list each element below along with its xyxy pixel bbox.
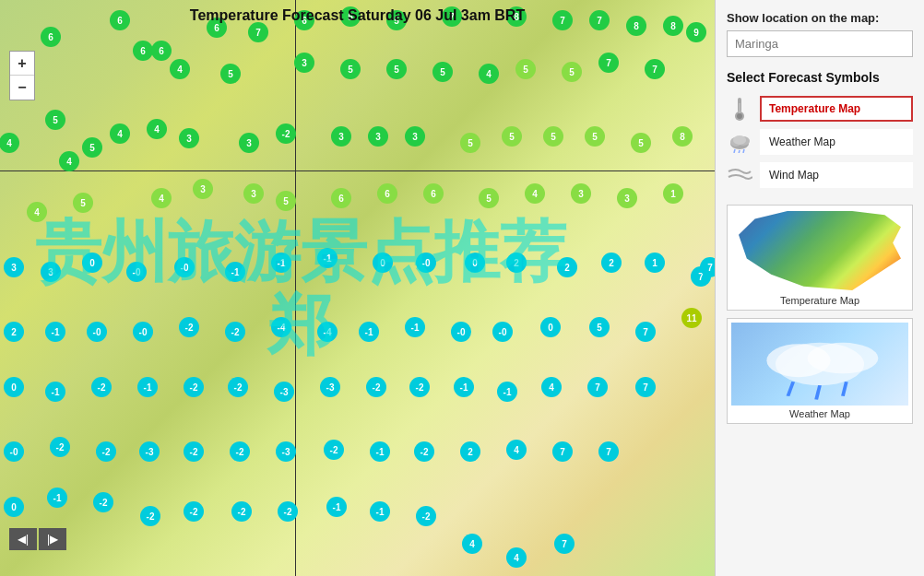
weather-dot: -0: [416, 253, 436, 273]
weather-dot: -1: [405, 317, 425, 337]
svg-point-7: [733, 135, 746, 145]
weather-dot: 5: [432, 62, 453, 82]
forecast-item-weather[interactable]: Weather Map: [727, 125, 913, 159]
weather-dot: 4: [506, 547, 527, 568]
weather-dot: 1: [663, 183, 683, 204]
weather-dot: 4: [506, 440, 527, 460]
weather-dot: 5: [73, 193, 93, 213]
weather-dot: 2: [506, 253, 527, 273]
weather-map-button[interactable]: Weather Map: [760, 129, 913, 155]
weather-dot: -2: [179, 317, 199, 337]
weather-dot: 1: [645, 253, 665, 273]
weather-dot: -1: [225, 262, 245, 282]
weather-dot: 4: [525, 183, 545, 204]
weather-dot: 5: [589, 317, 610, 337]
temperature-map-button[interactable]: Temperature Map: [760, 96, 913, 122]
weather-dot: -3: [320, 377, 340, 397]
weather-dot: 3: [617, 188, 637, 208]
weather-dot: 3: [239, 133, 259, 153]
weather-dot: -1: [359, 322, 379, 342]
weather-dot: -1: [47, 488, 67, 508]
weather-dot: 7: [635, 322, 656, 342]
weather-dot: 0: [465, 253, 485, 273]
forecast-item-temperature[interactable]: Temperature Map: [727, 92, 913, 125]
weather-dot: -1: [137, 377, 158, 397]
svg-point-13: [808, 343, 879, 373]
weather-dot: 3: [331, 126, 351, 147]
weather-dot: 6: [151, 41, 172, 61]
weather-dot: 4: [147, 119, 167, 139]
weather-dot: 2: [4, 322, 24, 342]
svg-rect-2: [739, 103, 740, 114]
location-label: Show location on the map:: [727, 11, 913, 25]
weather-dot: 8: [672, 126, 693, 147]
weather-dot: -2: [366, 377, 386, 397]
weather-dot: 3: [294, 53, 314, 73]
weather-dot: 6: [41, 27, 61, 47]
weather-dot: -4: [317, 322, 338, 342]
weather-dot: -2: [414, 441, 434, 462]
weather-dot: -0: [451, 322, 471, 342]
weather-dot: -0: [174, 257, 195, 277]
weather-dot: 7: [700, 257, 715, 277]
weather-dot: 5: [276, 191, 296, 211]
weather-dot: 7: [598, 441, 619, 462]
zoom-in-button[interactable]: +: [10, 52, 34, 76]
weather-dot: 0: [540, 317, 561, 337]
weather-thumbnail[interactable]: Weather Map: [727, 318, 913, 424]
zoom-out-button[interactable]: −: [10, 76, 34, 100]
thermometer-icon: [727, 96, 752, 122]
weather-dot: 6: [133, 41, 153, 61]
weather-dot: 3: [193, 179, 213, 199]
wind-icon: [727, 162, 752, 188]
weather-dot: -1: [370, 501, 390, 522]
weather-dot: 5: [220, 64, 241, 84]
weather-dot: -1: [317, 248, 338, 268]
weather-dot: -1: [45, 382, 65, 402]
weather-dot: -3: [139, 441, 160, 462]
weather-dot: -2: [409, 377, 430, 397]
weather-dot: -2: [324, 440, 344, 460]
weather-dot: -2: [276, 123, 296, 144]
weather-dot: 4: [479, 64, 499, 84]
weather-dot: 0: [373, 253, 393, 273]
sidebar: Show location on the map: Select Forecas…: [715, 0, 924, 576]
weather-dot: -2: [184, 377, 204, 397]
weather-dot: 5: [585, 126, 605, 147]
forecast-item-wind[interactable]: Wind Map: [727, 159, 913, 192]
weather-dot: -2: [184, 501, 204, 522]
nav-next-button[interactable]: |▶: [39, 528, 66, 550]
wind-map-button[interactable]: Wind Map: [760, 162, 913, 188]
weather-dot: 0: [4, 497, 24, 517]
weather-dot: -2: [50, 437, 70, 457]
temperature-thumbnail[interactable]: Temperature Map: [727, 205, 913, 311]
weather-dot: -2: [278, 501, 298, 522]
weather-dot: 2: [601, 253, 622, 273]
weather-dot: 3: [368, 126, 388, 147]
weather-dot: -2: [140, 506, 160, 526]
thumbnail-section: Temperature Map Weather Map: [727, 205, 913, 424]
weather-dot: -2: [96, 441, 116, 462]
weather-dot: 3: [243, 183, 264, 204]
weather-dot: 2: [460, 441, 480, 462]
weather-dot: 5: [543, 126, 563, 147]
location-input[interactable]: [727, 30, 913, 57]
weather-dot: 4: [462, 534, 482, 554]
map-container[interactable]: Temperature Forecast Saturday 06 Jul 3am…: [0, 0, 715, 576]
weather-dot: -0: [133, 322, 153, 342]
weather-dot: 7: [552, 441, 573, 462]
weather-dot: 0: [82, 253, 102, 273]
svg-line-8: [734, 149, 735, 153]
weather-dot: -2: [416, 506, 436, 526]
weather-dot: -3: [274, 382, 294, 402]
weather-dot: 5: [515, 59, 536, 79]
weather-dot: 11: [681, 308, 702, 328]
weather-dot: 5: [460, 133, 480, 153]
weather-dot: -1: [497, 382, 517, 402]
forecast-section-title: Select Forecast Symbols: [727, 70, 913, 85]
weather-dot: -2: [228, 377, 248, 397]
nav-prev-button[interactable]: ◀|: [9, 528, 37, 550]
weather-dot: 6: [423, 183, 444, 204]
temperature-thumbnail-map: [731, 209, 908, 292]
weather-dot: -2: [93, 492, 113, 512]
